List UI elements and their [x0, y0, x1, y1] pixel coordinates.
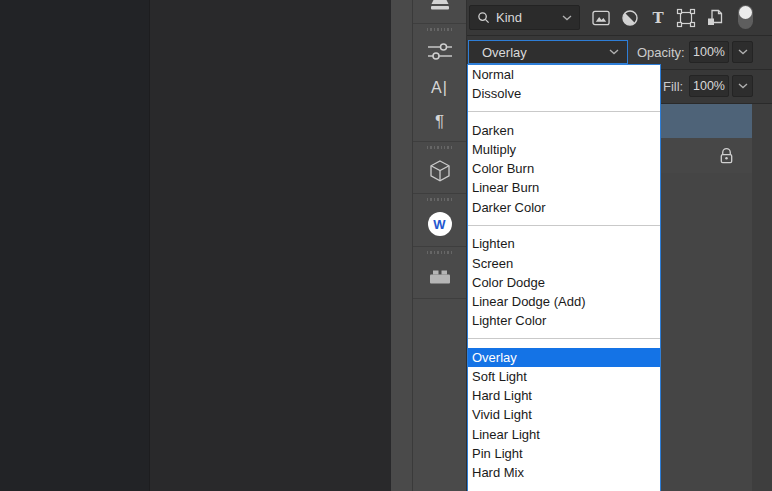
- layer-filter-kind-dropdown[interactable]: Kind: [469, 5, 580, 30]
- w-plugin-badge: W: [428, 212, 452, 236]
- chevron-down-icon: [609, 49, 619, 55]
- sliders-icon[interactable]: [413, 43, 466, 61]
- blend-mode-option[interactable]: Hard Mix: [468, 463, 660, 482]
- toggle-knob: [739, 6, 752, 19]
- dropdown-separator: [468, 217, 660, 235]
- blend-mode-dropdown-list: NormalDissolveDarkenMultiplyColor BurnLi…: [467, 64, 661, 491]
- layers-scrollbar-gutter: [752, 104, 772, 491]
- opacity-value-field[interactable]: 100%: [689, 41, 729, 63]
- blend-mode-option[interactable]: Multiply: [468, 140, 660, 159]
- type-filter-icon[interactable]: T: [646, 6, 670, 30]
- clone-stamp-icon[interactable]: [413, 0, 466, 22]
- blend-mode-option[interactable]: Hard Light: [468, 386, 660, 405]
- canvas-area-right: [151, 0, 391, 491]
- w-plugin-icon[interactable]: W: [413, 212, 466, 236]
- picture-filter-icon[interactable]: [589, 6, 613, 30]
- dock-group-gripper[interactable]: [427, 251, 453, 254]
- blend-mode-option[interactable]: Overlay: [468, 348, 660, 367]
- search-icon: [477, 11, 490, 24]
- lock-icon[interactable]: [718, 146, 735, 165]
- dropdown-separator: [468, 103, 660, 121]
- chevron-down-icon: [738, 49, 748, 55]
- opacity-dropdown-button[interactable]: [732, 41, 753, 63]
- dock-divider: [413, 298, 466, 299]
- shape-filter-icon[interactable]: [674, 6, 698, 30]
- dock-divider: [413, 193, 466, 194]
- blend-mode-option[interactable]: Soft Light: [468, 367, 660, 386]
- blend-mode-option[interactable]: Darker Color: [468, 198, 660, 217]
- blend-mode-option[interactable]: Normal: [468, 65, 660, 84]
- blend-mode-option[interactable]: Dissolve: [468, 84, 660, 103]
- character-panel-icon[interactable]: A|: [413, 78, 466, 98]
- fill-value-field[interactable]: 100%: [689, 75, 729, 97]
- blend-mode-option[interactable]: Lighten: [468, 234, 660, 253]
- blend-mode-option[interactable]: Darken: [468, 121, 660, 140]
- panel-icon-dock: A| ¶ W: [413, 0, 467, 491]
- canvas-area-left: [0, 0, 150, 491]
- panel-separator: [467, 35, 772, 36]
- blend-mode-option[interactable]: Color Burn: [468, 159, 660, 178]
- blend-mode-option[interactable]: Color Dodge: [468, 273, 660, 292]
- blend-mode-option[interactable]: Linear Dodge (Add): [468, 292, 660, 311]
- smart-object-filter-icon[interactable]: [703, 6, 727, 30]
- blend-mode-option[interactable]: Linear Light: [468, 425, 660, 444]
- chevron-down-icon: [738, 83, 748, 89]
- dock-group-gripper[interactable]: [427, 28, 453, 31]
- blend-mode-option[interactable]: Linear Burn: [468, 178, 660, 197]
- blend-mode-option[interactable]: Lighter Color: [468, 311, 660, 330]
- dropdown-separator: [468, 330, 660, 348]
- paragraph-panel-icon[interactable]: ¶: [413, 112, 466, 132]
- fill-dropdown-button[interactable]: [732, 75, 753, 97]
- dock-divider: [413, 23, 466, 24]
- dock-divider: [413, 141, 466, 142]
- dock-divider: [413, 246, 466, 247]
- kind-label: Kind: [496, 10, 522, 25]
- blend-mode-current: Overlay: [482, 45, 527, 60]
- plugins-brick-icon[interactable]: [413, 267, 466, 285]
- dock-group-gripper[interactable]: [427, 198, 453, 201]
- blend-mode-option[interactable]: Screen: [468, 254, 660, 273]
- blend-mode-select[interactable]: Overlay: [468, 40, 628, 64]
- panel-dock-gutter: [391, 0, 413, 491]
- photoshop-workspace: A| ¶ W: [0, 0, 772, 491]
- blend-mode-option[interactable]: Vivid Light: [468, 405, 660, 424]
- filter-toggle-switch[interactable]: [738, 5, 754, 30]
- dock-group-gripper[interactable]: [427, 146, 453, 149]
- chevron-down-icon: [562, 15, 572, 21]
- blend-mode-option[interactable]: Pin Light: [468, 444, 660, 463]
- adjustment-filter-icon[interactable]: [618, 6, 642, 30]
- fill-label[interactable]: Fill:: [663, 70, 683, 103]
- cube-3d-icon[interactable]: [413, 158, 466, 184]
